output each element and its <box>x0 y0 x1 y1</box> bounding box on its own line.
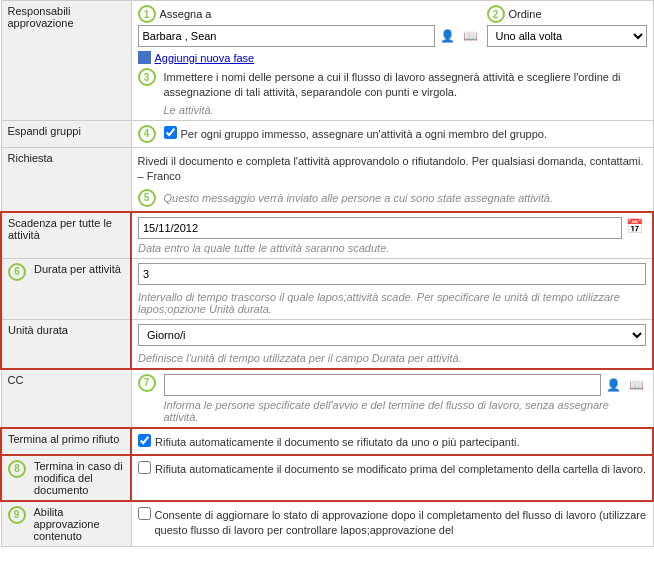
assegna-note: Le attività. <box>164 104 647 116</box>
blue-square-icon <box>138 51 151 64</box>
row-scadenza: Scadenza per tutte le attività 📅 Data en… <box>1 212 653 259</box>
espandi-check-label: Per ogni gruppo immesso, assegnare un'at… <box>181 127 548 142</box>
row-espandi: Espandi gruppi 4 Per ogni gruppo immesso… <box>1 120 653 147</box>
cc-book-icon[interactable]: 📖 <box>627 375 647 395</box>
label-unita: Unità durata <box>1 319 131 369</box>
circle-8: 8 <box>8 460 26 478</box>
termina-modifica-checkbox[interactable] <box>138 461 151 474</box>
circle-6: 6 <box>8 263 26 281</box>
content-responsabili: 1 Assegna a 👤 📖 2 Ordine Uno <box>131 1 653 121</box>
row-abilita: 9 Abilita approvazione contenuto Consent… <box>1 501 653 547</box>
label-responsabili: Responsabili approvazione <box>1 1 131 121</box>
label-durata: 6 Durata per attività <box>1 258 131 319</box>
content-richiesta: Rivedi il documento e completa l'attivit… <box>131 147 653 211</box>
label-termina-rifiuto: Termina al primo rifiuto <box>1 428 131 455</box>
row-durata: 6 Durata per attività Intervallo di temp… <box>1 258 653 319</box>
row-unita: Unità durata Giorno/i Definisce l'unità … <box>1 319 653 369</box>
unita-select[interactable]: Giorno/i <box>138 324 646 346</box>
content-cc: 7 👤 📖 Informa le persone specificate del… <box>131 369 653 428</box>
label-espandi: Espandi gruppi <box>1 120 131 147</box>
abilita-checkbox[interactable] <box>138 507 151 520</box>
scadenza-desc: Data entro la quale tutte le attività sa… <box>138 242 646 254</box>
person-icon[interactable]: 👤 <box>438 26 458 46</box>
row-cc: CC 7 👤 📖 Informa le persone specificate … <box>1 369 653 428</box>
content-espandi: 4 Per ogni gruppo immesso, assegnare un'… <box>131 120 653 147</box>
add-phase-row[interactable]: Aggiungi nuova fase <box>138 51 647 64</box>
assegna-block: 1 Assegna a 👤 📖 <box>138 5 481 47</box>
content-unita: Giorno/i Definisce l'unità di tempo util… <box>131 319 653 369</box>
cc-person-icon[interactable]: 👤 <box>604 375 624 395</box>
assegna-input[interactable] <box>138 25 435 47</box>
add-phase-label[interactable]: Aggiungi nuova fase <box>155 52 255 64</box>
assegna-label: Assegna a <box>160 8 212 20</box>
termina-rifiuto-checkbox-row: Rifiuta automaticamente il documento se … <box>138 433 646 450</box>
label-cc: CC <box>1 369 131 428</box>
content-termina-modifica: Rifiuta automaticamente il documento se … <box>131 455 653 501</box>
circle-5: 5 <box>138 189 156 207</box>
row-termina-rifiuto: Termina al primo rifiuto Rifiuta automat… <box>1 428 653 455</box>
row-richiesta: Richiesta Rivedi il documento e completa… <box>1 147 653 211</box>
termina-rifiuto-label: Rifiuta automaticamente il documento se … <box>155 435 519 450</box>
ordine-label: Ordine <box>509 8 542 20</box>
assegna-input-row: 👤 📖 <box>138 25 481 47</box>
espandi-checkbox-row: Per ogni gruppo immesso, assegnare un'at… <box>164 125 647 142</box>
content-abilita: Consente di aggiornare lo stato di appro… <box>131 501 653 547</box>
richiesta-main: Rivedi il documento e completa l'attivit… <box>138 154 647 185</box>
espandi-checkbox[interactable] <box>164 126 177 139</box>
cc-input-row: 👤 📖 <box>164 374 647 396</box>
circle-3: 3 <box>138 68 156 86</box>
cc-input[interactable] <box>164 374 601 396</box>
ordine-select[interactable]: Uno alla volta <box>487 25 647 47</box>
circle-7: 7 <box>138 374 156 392</box>
label-scadenza: Scadenza per tutte le attività <box>1 212 131 259</box>
abilita-label: Consente di aggiornare lo stato di appro… <box>155 508 647 539</box>
scadenza-date-input[interactable] <box>138 217 622 239</box>
circle-2: 2 <box>487 5 505 23</box>
scadenza-input-row: 📅 <box>138 217 646 239</box>
main-table: Responsabili approvazione 1 Assegna a 👤 … <box>0 0 654 547</box>
unita-desc: Definisce l'unità di tempo utilizzata pe… <box>138 352 646 364</box>
label-abilita: 9 Abilita approvazione contenuto <box>1 501 131 547</box>
abilita-checkbox-row: Consente di aggiornare lo stato di appro… <box>138 506 647 539</box>
circle-1: 1 <box>138 5 156 23</box>
content-scadenza: 📅 Data entro la quale tutte le attività … <box>131 212 653 259</box>
content-termina-rifiuto: Rifiuta automaticamente il documento se … <box>131 428 653 455</box>
circle-9: 9 <box>8 506 26 524</box>
ordine-block: 2 Ordine Uno alla volta <box>487 5 647 47</box>
cc-desc: Informa le persone specificate dell'avvi… <box>164 399 647 423</box>
termina-modifica-label: Rifiuta automaticamente il documento se … <box>155 462 646 477</box>
label-richiesta: Richiesta <box>1 147 131 211</box>
content-durata: Intervallo di tempo trascorso il quale l… <box>131 258 653 319</box>
termina-rifiuto-checkbox[interactable] <box>138 434 151 447</box>
book-icon[interactable]: 📖 <box>461 26 481 46</box>
row-responsabili: Responsabili approvazione 1 Assegna a 👤 … <box>1 1 653 121</box>
termina-modifica-checkbox-row: Rifiuta automaticamente il documento se … <box>138 460 646 477</box>
label-termina-modifica: 8 Termina in caso di modifica del docume… <box>1 455 131 501</box>
durata-desc: Intervallo di tempo trascorso il quale l… <box>138 291 646 315</box>
richiesta-note: Questo messaggio verrà inviato alle pers… <box>164 192 647 204</box>
calendar-icon[interactable]: 📅 <box>626 218 646 238</box>
assegna-desc: Immettere i nomi delle persone a cui il … <box>164 70 647 101</box>
circle-4: 4 <box>138 125 156 143</box>
durata-input[interactable] <box>138 263 646 285</box>
row-termina-modifica: 8 Termina in caso di modifica del docume… <box>1 455 653 501</box>
